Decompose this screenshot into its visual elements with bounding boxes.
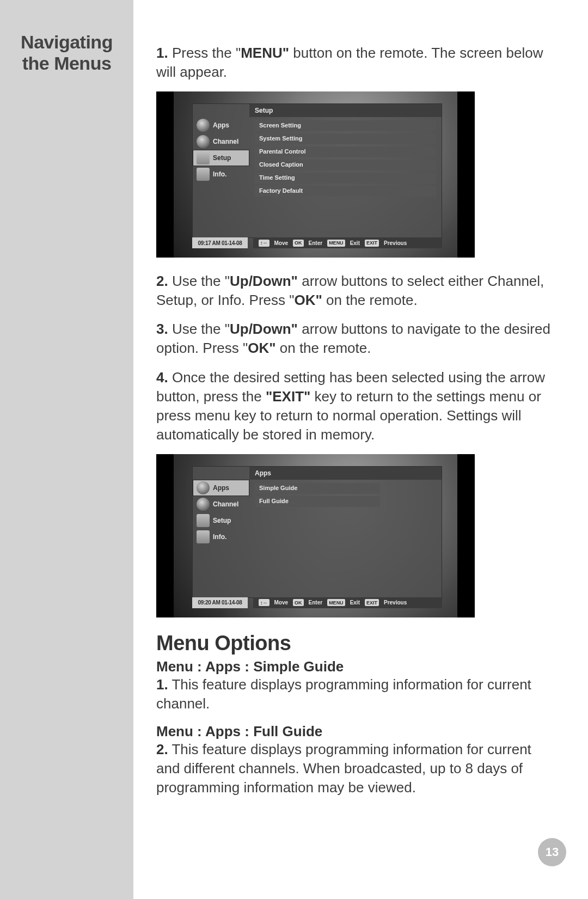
osd-option: System Setting [255,133,436,144]
step-2: 2. Use the "Up/Down" arrow buttons to se… [156,272,558,310]
sidebar-title-line1: Navigating [21,32,113,52]
menu-key-icon: MENU [327,599,345,606]
arrows-icon: ↕↔ [259,240,270,247]
osd-tab-info: Info. [193,166,249,182]
osd-option: Parental Control [255,146,436,157]
osd-option: Full Guide [255,496,380,507]
osd-option: Closed Caption [255,160,436,170]
step-1-num: 1. [156,45,168,61]
info-icon [197,168,210,181]
osd-option: Time Setting [255,173,436,184]
osd-tabs: Apps Channel Setup Info. [193,117,249,237]
arrows-icon: ↕↔ [259,599,270,606]
osd-tab-channel: Channel [193,496,249,512]
pillarbox-left [156,454,174,617]
osd-tab-apps: Apps [193,480,249,496]
osd-options: Screen Setting System Setting Parental C… [249,118,442,197]
menu-options-heading: Menu Options [156,632,558,655]
exit-key-icon: EXIT [365,240,379,247]
osd-title: Setup [249,104,442,117]
osd-title: Apps [249,467,442,480]
channel-icon [197,135,210,148]
page-number-badge: 13 [538,838,566,866]
osd-tab-channel: Channel [193,133,249,150]
step-1: 1. Press the "MENU" button on the remote… [156,44,558,82]
osd-option: Screen Setting [255,120,436,131]
globe-icon [197,481,210,494]
exit-key-icon: EXIT [365,599,379,606]
osd-menu-window: Setup Apps Channel Setup Info. Screen Se… [192,103,442,238]
sidebar: Navigating the Menus [0,0,133,899]
osd-tab-info: Info. [193,529,249,545]
pillarbox-left [156,91,174,258]
pillarbox-right [457,91,475,258]
sidebar-title-line2: the Menus [22,53,112,74]
ok-key-icon: OK [293,240,304,247]
step-4: 4. Once the desired setting has been sel… [156,368,558,444]
sidebar-title: Navigating the Menus [10,32,124,74]
channel-icon [197,498,210,511]
osd-option: Factory Default [255,186,436,197]
osd-option: Simple Guide [255,483,380,494]
setup-icon [197,151,210,164]
setup-icon [197,514,210,527]
step-3: 3. Use the "Up/Down" arrow buttons to na… [156,320,558,358]
osd-hints: ↕↔Move OKEnter MENUExit EXITPrevious [253,597,442,608]
tv-screenshot-setup: Setup Apps Channel Setup Info. Screen Se… [156,91,475,258]
osd-footer: 09:17 AM 01-14-08 ↕↔Move OKEnter MENUExi… [192,237,442,249]
info-icon [197,530,210,543]
globe-icon [197,119,210,132]
osd-hints: ↕↔Move OKEnter MENUExit EXITPrevious [253,237,442,248]
osd-tab-setup: Setup [193,150,249,166]
osd-footer: 09:20 AM 01-14-08 ↕↔Move OKEnter MENUExi… [192,597,442,609]
menu-key-icon: MENU [327,240,345,247]
osd-clock: 09:17 AM 01-14-08 [192,237,248,248]
osd-tab-setup: Setup [193,512,249,529]
tv-screenshot-apps: Apps Apps Channel Setup Info. Simple Gui… [156,454,475,617]
main-content: 1. Press the "MENU" button on the remote… [133,0,588,899]
osd-menu-window: Apps Apps Channel Setup Info. Simple Gui… [192,466,442,598]
pillarbox-right [457,454,475,617]
osd-tab-apps: Apps [193,117,249,133]
osd-options: Simple Guide Full Guide [249,481,442,507]
full-guide-desc: 2. This feature displays programming inf… [156,740,558,797]
ok-key-icon: OK [293,599,304,606]
osd-tabs: Apps Channel Setup Info. [193,480,249,597]
osd-clock: 09:20 AM 01-14-08 [192,597,248,608]
simple-guide-desc: 1. This feature displays programming inf… [156,675,558,713]
breadcrumb-simple-guide: Menu : Apps : Simple Guide [156,658,558,675]
breadcrumb-full-guide: Menu : Apps : Full Guide [156,723,558,740]
